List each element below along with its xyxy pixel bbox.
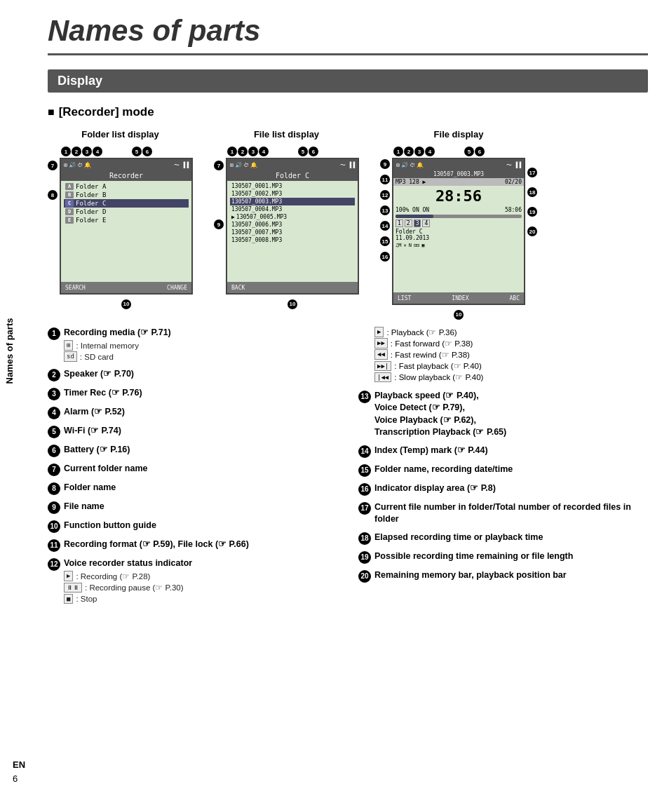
annot-4a: 4 (93, 147, 102, 156)
file-item-5: ▶ 130507_0005.MP3 (230, 213, 355, 221)
section-header-display: Display (48, 69, 648, 93)
desc-item-16: 16 Indicator display area (☞ P.8) (358, 482, 648, 496)
desc-col-right: ▶: Playback (☞ P.36) ▶▶: Fast forward (☞… (358, 327, 648, 610)
file-list-body: 130507_0001.MP3 130507_0002.MP3 130507_0… (227, 181, 358, 245)
annot-7: 7 (48, 161, 58, 170)
desc-col-left: 1 Recording media (☞ P.71) ⊞: Internal m… (48, 327, 337, 610)
file-display-screen: ⊞ 🔊 ⏱ 🔔 〜 ▐▐ 130507_0003.MP3 (392, 158, 525, 305)
annot-12: 12 (380, 190, 390, 200)
file-list-screen: ⊞ 🔊 ⏱ 🔔 〜 ▐▐ Folder C (226, 158, 359, 295)
file-item-1: 130507_0001.MP3 (230, 182, 355, 190)
annot-9b: 9 (380, 159, 390, 169)
folder-item-d: D Folder D (64, 208, 189, 216)
desc-item-8: 8 Folder name (48, 482, 337, 495)
annot-14: 14 (380, 221, 390, 231)
file-list-bottom-bar: BACK (227, 282, 358, 293)
annot-13: 13 (380, 205, 390, 215)
annot-8: 8 (48, 190, 58, 200)
desc-item-4: 4 Alarm (☞ P.52) (48, 406, 337, 419)
annot-18: 18 (527, 187, 537, 197)
index-marks: 1 2 3 4 (393, 219, 524, 228)
indicator-row: ♫M✕N⊡⊡▣ (393, 242, 524, 249)
annot-17: 17 (527, 168, 537, 177)
annot-1a: 1 (61, 147, 71, 156)
en-label: EN (13, 759, 25, 770)
file-display: File display 9 11 12 13 14 15 16 1 (380, 129, 537, 320)
folder-item-a: A Folder A (64, 182, 189, 191)
file-list-screen-title: Folder C (227, 170, 358, 181)
annot-6c: 6 (475, 147, 485, 156)
mode-header: [Recorder] mode (48, 105, 648, 119)
folder-list-screen: ⊞ 🔊 ⏱ 🔔 〜 ▐▐ Recorder (60, 158, 193, 295)
annot-20: 20 (527, 226, 537, 236)
annot-5a: 5 (132, 147, 142, 156)
file-num: 02/20 (505, 179, 522, 185)
desc-item-3: 3 Timer Rec (☞ P.76) (48, 387, 337, 400)
file-item-8: 130507_0008.MP3 (230, 236, 355, 244)
annot-2b: 2 (238, 147, 248, 156)
annot-10b: 10 (288, 299, 297, 309)
annot-9a: 9 (214, 219, 224, 229)
desc-item-13: 13 Playback speed (☞ P.40),Voice Detect … (358, 390, 648, 439)
annot-16: 16 (380, 252, 390, 262)
annot-4b: 4 (259, 147, 269, 156)
annot-3a: 3 (82, 147, 92, 156)
folder-list-title: Folder list display (81, 129, 159, 140)
page-number: 6 (13, 773, 18, 784)
annot-5c: 5 (464, 147, 474, 156)
desc-item-15: 15 Folder name, recording date/time (358, 463, 648, 477)
time-display: 28:56 (393, 186, 524, 206)
folder-item-e: E Folder E (64, 216, 189, 224)
file-display-title: File display (434, 129, 484, 140)
desc-item-1: 1 Recording media (☞ P.71) ⊞: Internal m… (48, 327, 337, 363)
annot-11: 11 (380, 175, 390, 184)
annot-6a: 6 (142, 147, 152, 156)
desc-item-10: 10 Function button guide (48, 520, 337, 533)
desc-item-12: 12 Voice recorder status indicator ▶: Re… (48, 557, 337, 604)
file-item-3: 130507_0003.MP3 (230, 198, 355, 205)
annot-2a: 2 (72, 147, 81, 156)
annot-3b: 3 (248, 147, 258, 156)
remaining-time: 58:06 (505, 207, 522, 213)
annot-2c: 2 (404, 147, 414, 156)
annot-19: 19 (527, 207, 537, 217)
file-display-bottom-bar: LIST INDEX ABC (393, 292, 524, 304)
folder-list-body: A Folder A B Folder B C Folder C (61, 181, 191, 226)
folder-date: Folder C 11.09.2013 (393, 228, 524, 242)
file-list-display: File list display 7 9 1 2 3 4 (214, 129, 359, 320)
file-item-6: 130507_0006.MP3 (230, 221, 355, 229)
progress-label: 100% ON ON (396, 207, 429, 213)
annot-7b: 7 (214, 161, 224, 170)
file-display-top-bar: ⊞ 🔊 ⏱ 🔔 〜 ▐▐ (393, 159, 524, 170)
annot-6b: 6 (309, 147, 318, 156)
desc-playback-icons: ▶: Playback (☞ P.36) ▶▶: Fast forward (☞… (374, 327, 648, 383)
file-display-filename: 130507_0003.MP3 (393, 170, 524, 178)
annot-5b: 5 (298, 147, 308, 156)
annot-1c: 1 (393, 147, 403, 156)
desc-item-11: 11 Recording format (☞ P.59), File lock … (48, 539, 337, 552)
desc-item-7: 7 Current folder name (48, 463, 337, 476)
file-list-top-bar: ⊞ 🔊 ⏱ 🔔 〜 ▐▐ (227, 159, 358, 170)
annot-10a: 10 (121, 299, 131, 309)
desc-item-17: 17 Current file number in folder/Total n… (358, 501, 648, 526)
annot-15: 15 (380, 236, 390, 246)
annot-1b: 1 (227, 147, 237, 156)
folder-list-top-bar: ⊞ 🔊 ⏱ 🔔 〜 ▐▐ (61, 159, 191, 170)
file-item-4: 130507_0004.MP3 (230, 205, 355, 213)
folder-list-display: Folder list display 7 8 1 2 3 4 (48, 129, 193, 320)
file-list-title: File list display (254, 129, 319, 140)
desc-item-5: 5 Wi-Fi (☞ P.74) (48, 425, 337, 438)
folder-item-c: C Folder C (64, 199, 189, 208)
side-label: Names of parts (0, 140, 20, 561)
desc-item-18: 18 Elapsed recording time or playback ti… (358, 532, 648, 545)
desc-item-14: 14 Index (Temp) mark (☞ P.44) (358, 445, 648, 458)
folder-item-b: B Folder B (64, 191, 189, 199)
desc-item-6: 6 Battery (☞ P.16) (48, 444, 337, 457)
description-columns: 1 Recording media (☞ P.71) ⊞: Internal m… (48, 327, 648, 610)
annot-10c: 10 (454, 310, 464, 320)
progress-bar (396, 215, 522, 218)
desc-item-2: 2 Speaker (☞ P.70) (48, 368, 337, 381)
desc-item-19: 19 Possible recording time remaining or … (358, 550, 648, 564)
annot-4c: 4 (425, 147, 435, 156)
desc-item-9: 9 File name (48, 501, 337, 514)
